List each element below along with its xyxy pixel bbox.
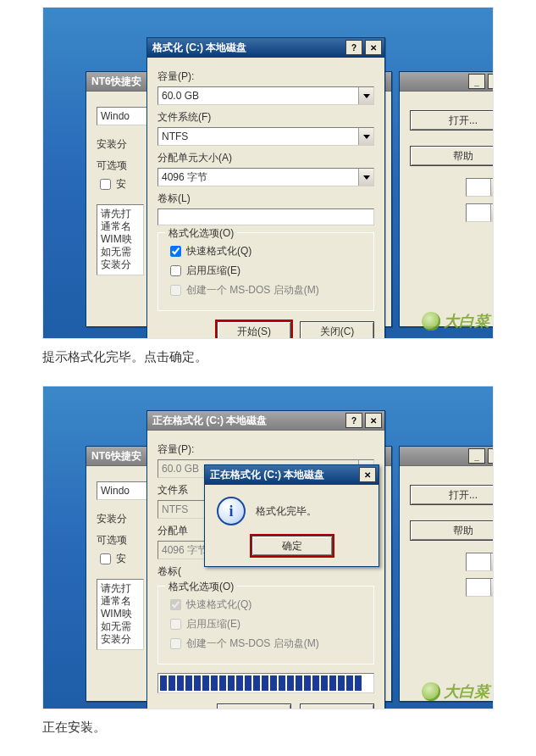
msdos-checkbox: 创建一个 MS-DOS 启动盘(M) (167, 282, 365, 298)
message-box: 正在格式化 (C:) 本地磁盘 ✕ i 格式化完毕。 确定 (204, 464, 379, 567)
format-options-legend: 格式化选项(O) (165, 226, 237, 241)
chevron-down-icon[interactable] (358, 128, 373, 145)
progress-bar (157, 673, 374, 693)
cabbage-icon (422, 312, 440, 331)
back-combo-1[interactable] (466, 553, 494, 571)
msdos-checkbox: 创建一个 MS-DOS 启动盘(M) (167, 636, 365, 652)
help-button[interactable]: 帮助 (410, 146, 494, 166)
quick-format-checkbox[interactable]: 快速格式化(Q) (167, 243, 365, 259)
info-listbox: 请先打 通常名 WIM映 如无需 安装分 (97, 579, 144, 650)
watermark-text: 大白菜 (444, 681, 489, 702)
chevron-down-icon (490, 179, 494, 196)
quick-format-label: 快速格式化(Q) (186, 244, 251, 258)
screenshot-1: _ □ ✕ 打开... 帮助 NT6快捷安 Windo 安装分 可选项 (42, 7, 494, 339)
quick-format-checkbox: 快速格式化(Q) (167, 597, 365, 613)
ok-button[interactable]: 确定 (251, 536, 333, 556)
max-button[interactable]: □ (488, 74, 494, 89)
quick-format-label: 快速格式化(Q) (186, 598, 251, 612)
compress-label: 启用压缩(E) (186, 264, 240, 278)
format-options-group: 格式化选项(O) 快速格式化(Q) 启用压缩(E) 创建一个 MS-DOS 启动… (157, 232, 374, 311)
windows-combo-value: Windo (101, 110, 130, 122)
allocation-combo[interactable]: 4096 字节 (157, 168, 374, 186)
cabbage-icon (422, 682, 440, 701)
message-text: 格式化完毕。 (256, 504, 317, 519)
chevron-down-icon (490, 579, 494, 596)
back-combo-2[interactable] (466, 578, 494, 597)
watermark: 大白菜 (422, 311, 489, 331)
compress-label: 启用压缩(E) (186, 617, 240, 631)
volume-input[interactable] (157, 208, 374, 225)
capacity-value: 60.0 GB (162, 463, 199, 475)
filesystem-combo[interactable]: NTFS (157, 127, 374, 146)
format-title: 格式化 (C:) 本地磁盘 (152, 41, 246, 55)
close-button[interactable]: ✕ (365, 40, 382, 55)
open-button[interactable]: 打开... (410, 485, 494, 505)
msdos-label: 创建一个 MS-DOS 启动盘(M) (186, 636, 319, 651)
message-title: 正在格式化 (C:) 本地磁盘 (210, 468, 324, 482)
compress-checkbox[interactable]: 启用压缩(E) (167, 263, 365, 279)
close-button[interactable]: ✕ (359, 467, 376, 482)
caption-1: 提示格式化完毕。点击确定。 (42, 349, 494, 365)
help-button[interactable]: ? (345, 413, 362, 428)
caption-2: 正在安装。 (42, 720, 494, 736)
volume-label: 卷标(L) (157, 192, 374, 206)
close-dialog-button: 关闭(C) (300, 703, 374, 709)
back-combo-2[interactable] (466, 203, 494, 222)
chevron-down-icon[interactable] (358, 87, 373, 104)
capacity-value: 60.0 GB (162, 90, 199, 102)
info-listbox: 请先打 通常名 WIM映 如无需 安装分 (97, 204, 144, 275)
screenshot-2: _ □ ✕ 打开... 帮助 NT6快捷安 Windo 安装分 可选项 (42, 386, 494, 709)
format-options-group: 格式化选项(O) 快速格式化(Q) 启用压缩(E) 创建一个 MS-DOS 启动… (157, 586, 374, 664)
filesystem-value: NTFS (162, 503, 188, 515)
help-button[interactable]: 帮助 (410, 520, 494, 541)
format-options-legend: 格式化选项(O) (165, 580, 237, 594)
nt6-title: NT6快捷安 (91, 75, 141, 89)
install-checkbox-label: 安 (116, 552, 126, 566)
close-button[interactable]: ✕ (365, 413, 382, 428)
windows-combo-value: Windo (101, 485, 130, 497)
formatting-title: 正在格式化 (C:) 本地磁盘 (152, 414, 267, 428)
filesystem-label: 文件系统(F) (157, 110, 374, 125)
install-checkbox-label: 安 (116, 177, 126, 192)
allocation-label: 分配单元大小(A) (157, 151, 374, 165)
capacity-label: 容量(P): (157, 69, 374, 84)
allocation-value: 4096 字节 (162, 543, 207, 558)
watermark-text: 大白菜 (444, 311, 489, 331)
min-button[interactable]: _ (468, 74, 485, 89)
back-window-right: _ □ ✕ 打开... 帮助 (399, 71, 494, 327)
max-button[interactable]: □ (488, 448, 494, 464)
start-button[interactable]: 开始(S) (217, 321, 291, 339)
format-dialog: 格式化 (C:) 本地磁盘 ? ✕ 容量(P): 60.0 GB 文件系统(F)… (146, 37, 385, 339)
open-button[interactable]: 打开... (410, 110, 494, 131)
windows-combo[interactable]: Windo (97, 107, 151, 125)
windows-combo[interactable]: Windo (97, 481, 151, 500)
chevron-down-icon (490, 204, 494, 221)
back-combo-1[interactable] (466, 178, 494, 197)
chevron-down-icon (490, 553, 494, 570)
capacity-combo[interactable]: 60.0 GB (157, 86, 374, 105)
compress-checkbox: 启用压缩(E) (167, 616, 365, 632)
msdos-label: 创建一个 MS-DOS 启动盘(M) (186, 283, 319, 297)
back-window-right: _ □ ✕ 打开... 帮助 (399, 446, 494, 702)
nt6-title: NT6快捷安 (91, 449, 141, 464)
help-button[interactable]: ? (345, 40, 362, 55)
filesystem-value: NTFS (162, 131, 188, 142)
chevron-down-icon[interactable] (358, 169, 373, 186)
watermark: 大白菜 (422, 681, 489, 702)
capacity-label: 容量(P): (157, 442, 374, 457)
start-button: 开始(S) (217, 703, 291, 709)
close-dialog-button[interactable]: 关闭(C) (300, 321, 374, 339)
min-button[interactable]: _ (468, 448, 485, 464)
allocation-value: 4096 字节 (162, 170, 207, 185)
info-icon: i (217, 497, 246, 525)
